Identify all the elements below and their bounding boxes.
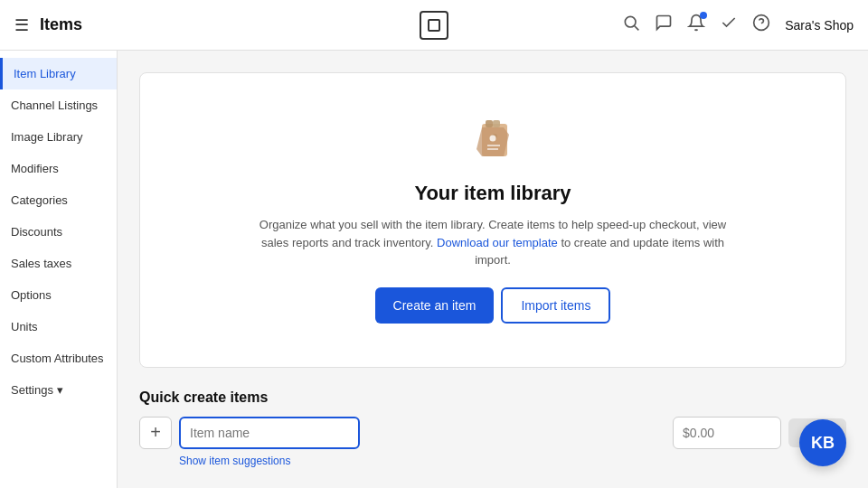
add-item-button[interactable]: + bbox=[139, 417, 172, 449]
sidebar-item-sales-taxes[interactable]: Sales taxes bbox=[0, 248, 117, 279]
create-item-button[interactable]: Create an item bbox=[375, 287, 495, 324]
tag-icon bbox=[464, 117, 522, 182]
sidebar-item-custom-attributes[interactable]: Custom Attributes bbox=[0, 343, 117, 374]
svg-point-8 bbox=[490, 136, 496, 142]
svg-rect-5 bbox=[486, 120, 493, 127]
sidebar-item-settings[interactable]: Settings ▾ bbox=[0, 374, 117, 406]
sidebar-item-units[interactable]: Units bbox=[0, 311, 117, 343]
top-navigation: ☰ Items Sara's Shop bbox=[0, 0, 868, 51]
sidebar-item-item-library[interactable]: Item Library bbox=[0, 58, 117, 89]
quick-create-section: Quick create items + Save Show item sugg… bbox=[139, 389, 846, 467]
bell-icon[interactable] bbox=[687, 14, 705, 36]
hero-card: Your item library Organize what you sell… bbox=[139, 72, 846, 368]
sidebar-item-categories[interactable]: Categories bbox=[0, 184, 117, 216]
svg-point-0 bbox=[625, 16, 636, 27]
sidebar-item-discounts[interactable]: Discounts bbox=[0, 216, 117, 248]
download-template-link[interactable]: Download our template bbox=[437, 236, 558, 249]
help-icon[interactable] bbox=[752, 14, 770, 36]
receipt-icon[interactable] bbox=[720, 14, 738, 36]
shop-name: Sara's Shop bbox=[785, 18, 854, 33]
chat-icon[interactable] bbox=[655, 14, 673, 36]
settings-chevron-icon: ▾ bbox=[57, 383, 63, 397]
search-icon[interactable] bbox=[622, 14, 640, 36]
sidebar-item-modifiers[interactable]: Modifiers bbox=[0, 153, 117, 184]
quick-create-row: + Save bbox=[139, 417, 846, 449]
square-logo-inner bbox=[428, 19, 440, 32]
svg-line-1 bbox=[635, 26, 639, 31]
hero-actions: Create an item Import items bbox=[375, 287, 611, 324]
sidebar: Item Library Channel Listings Image Libr… bbox=[0, 51, 118, 488]
show-suggestions-link[interactable]: Show item suggestions bbox=[179, 455, 846, 467]
square-logo bbox=[420, 11, 448, 40]
quick-create-title: Quick create items bbox=[139, 389, 846, 406]
sidebar-item-image-library[interactable]: Image Library bbox=[0, 121, 117, 153]
svg-rect-6 bbox=[493, 120, 500, 127]
item-name-input[interactable] bbox=[179, 417, 360, 449]
page-title: Items bbox=[40, 15, 82, 34]
hamburger-icon[interactable]: ☰ bbox=[14, 15, 29, 35]
import-items-button[interactable]: Import items bbox=[501, 287, 610, 324]
hero-description: Organize what you sell with the item lib… bbox=[258, 216, 728, 269]
sidebar-item-options[interactable]: Options bbox=[0, 279, 117, 311]
price-input[interactable] bbox=[673, 417, 781, 449]
main-content: Your item library Organize what you sell… bbox=[118, 51, 868, 488]
notification-dot bbox=[700, 12, 707, 19]
hero-title: Your item library bbox=[414, 182, 571, 205]
sidebar-item-channel-listings[interactable]: Channel Listings bbox=[0, 89, 117, 121]
avatar-fab[interactable]: KB bbox=[799, 419, 846, 466]
